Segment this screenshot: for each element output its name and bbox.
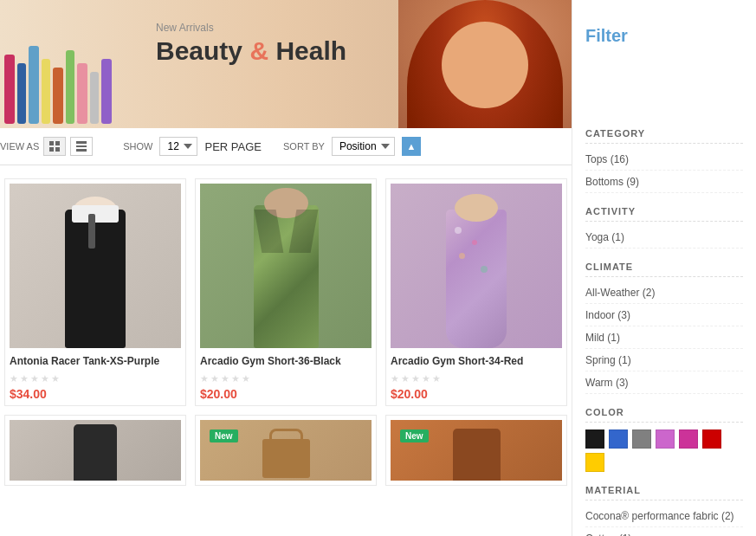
- banner: New Arrivals Beauty & Healh: [0, 0, 572, 128]
- product-name-2: Arcadio Gym Short-36-Black: [200, 355, 372, 369]
- filter-climate: CLIMATE All-Weather (2) Indoor (3) Mild …: [585, 262, 743, 394]
- color-swatch-black[interactable]: [585, 429, 604, 449]
- sort-section: SORT BY Position Name Price ▲: [283, 137, 421, 156]
- filter-category: CATEGORY Tops (16) Bottoms (9): [585, 128, 743, 193]
- new-badge: New: [400, 429, 429, 442]
- show-section: SHOW 12 24 36 All PER PAGE: [123, 137, 262, 156]
- filter-item[interactable]: Tops (16): [585, 151, 743, 171]
- filter-item[interactable]: All-Weather (2): [585, 284, 743, 304]
- products-row2: Sale New New: [0, 410, 572, 490]
- color-swatch-blue[interactable]: [609, 429, 628, 449]
- product-card[interactable]: Arcadio Gym Short-36-Black ★ ★ ★ ★ ★ $20…: [195, 178, 377, 406]
- product-stars-2: ★ ★ ★ ★ ★: [200, 373, 372, 384]
- product-card[interactable]: Antonia Racer Tank-XS-Purple ★ ★ ★ ★ ★ $…: [4, 178, 186, 406]
- product-price-3: $20.00: [391, 387, 562, 401]
- product-card[interactable]: [4, 415, 186, 486]
- filter-item[interactable]: Cotton (1): [585, 530, 743, 536]
- banner-text: New Arrivals Beauty & Healh: [156, 22, 346, 64]
- show-select[interactable]: 12 24 36 All: [159, 137, 197, 156]
- filter-activity: ACTIVITY Yoga (1): [585, 206, 743, 249]
- toolbar: VIEW AS SHOW 1: [0, 128, 572, 165]
- filter-color: COLOR: [585, 407, 743, 472]
- product-name-1: Antonia Racer Tank-XS-Purple: [10, 355, 181, 369]
- filter-material: MATERIAL Cocona® performance fabric (2) …: [585, 485, 743, 536]
- color-swatch-pink[interactable]: [679, 429, 698, 449]
- sort-by-label: SORT BY: [283, 141, 325, 152]
- filter-sidebar: CATEGORY Tops (16) Bottoms (9) ACTIVITY …: [572, 128, 756, 536]
- filter-material-title: MATERIAL: [585, 485, 743, 500]
- products-section: VIEW AS SHOW 1: [0, 128, 572, 536]
- filter-climate-title: CLIMATE: [585, 262, 743, 277]
- product-card[interactable]: Arcadio Gym Short-34-Red ★ ★ ★ ★ ★ $20.0…: [385, 178, 567, 406]
- sort-direction-button[interactable]: ▲: [402, 137, 421, 156]
- product-card[interactable]: New: [385, 415, 567, 486]
- product-price-2: $20.00: [200, 387, 372, 401]
- filter-category-title: CATEGORY: [585, 128, 743, 144]
- sort-select[interactable]: Position Name Price: [332, 137, 395, 156]
- filter-activity-title: ACTIVITY: [585, 206, 743, 222]
- per-page-label: PER PAGE: [204, 140, 262, 153]
- product-stars-1: ★ ★ ★ ★ ★: [10, 373, 181, 384]
- product-name-3: Arcadio Gym Short-34-Red: [391, 355, 562, 369]
- view-as-controls: VIEW AS: [0, 137, 93, 156]
- filter-item[interactable]: Cocona® performance fabric (2): [585, 507, 743, 527]
- product-stars-3: ★ ★ ★ ★ ★: [391, 373, 562, 384]
- product-price-1: $34.00: [10, 387, 181, 401]
- list-icon: [76, 141, 87, 152]
- new-badge: New: [210, 429, 238, 442]
- filter-item[interactable]: Spring (1): [585, 352, 743, 371]
- filter-title: Filter: [585, 26, 743, 46]
- filter-item[interactable]: Yoga (1): [585, 229, 743, 249]
- list-view-button[interactable]: [70, 137, 93, 156]
- banner-products: [0, 0, 165, 128]
- product-image-2: [200, 184, 372, 348]
- product-image-1: [10, 184, 181, 348]
- color-swatch-yellow[interactable]: [585, 453, 604, 472]
- filter-item[interactable]: Indoor (3): [585, 307, 743, 326]
- color-swatches: [585, 429, 743, 472]
- filter-item[interactable]: Bottoms (9): [585, 173, 743, 193]
- filter-color-title: COLOR: [585, 407, 743, 423]
- banner-model: [398, 0, 572, 128]
- products-grid: Antonia Racer Tank-XS-Purple ★ ★ ★ ★ ★ $…: [0, 174, 572, 410]
- product-card[interactable]: Sale New: [195, 415, 377, 486]
- color-swatch-lavender[interactable]: [656, 429, 675, 449]
- grid-icon: [49, 141, 60, 152]
- grid-view-button[interactable]: [43, 137, 66, 156]
- color-swatch-gray[interactable]: [632, 429, 651, 449]
- product-image-3: [391, 184, 562, 348]
- view-as-label: VIEW AS: [0, 141, 39, 152]
- color-swatch-red[interactable]: [702, 429, 721, 449]
- banner-subtitle: New Arrivals: [156, 22, 346, 34]
- filter-item[interactable]: Mild (1): [585, 329, 743, 349]
- filter-item[interactable]: Warm (3): [585, 374, 743, 394]
- product-image-4: [10, 420, 181, 481]
- banner-title: Beauty & Healh: [156, 38, 346, 64]
- show-label: SHOW: [123, 141, 152, 152]
